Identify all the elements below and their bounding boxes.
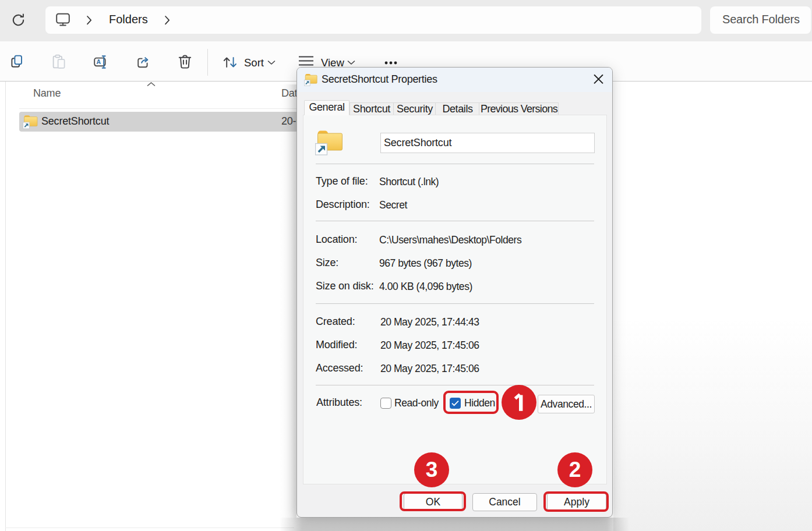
svg-text:A: A xyxy=(96,58,101,65)
